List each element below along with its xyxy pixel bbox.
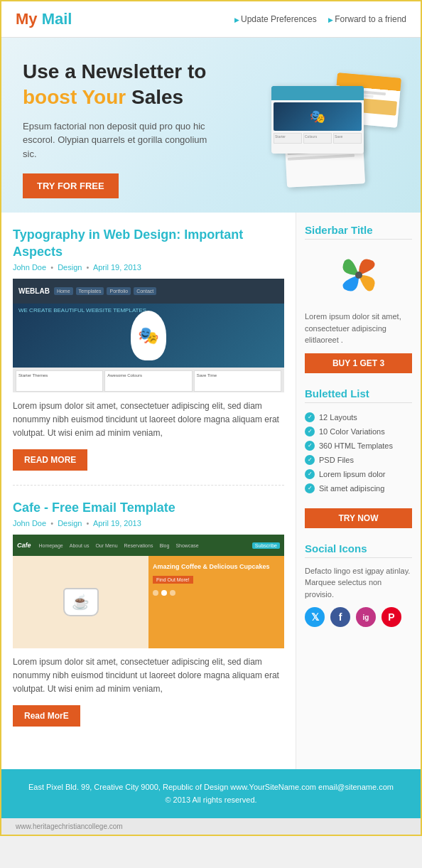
article-1-body: Lorem ipsum dolor sit amet, consectetuer… bbox=[13, 400, 284, 441]
forward-link[interactable]: Forward to a friend bbox=[328, 14, 406, 24]
article-1-image: WEBLAB Home Templates Portfolio Contact … bbox=[13, 279, 284, 392]
check-icon: ✓ bbox=[305, 412, 315, 422]
cafe-find-out-button[interactable]: Find Out More! bbox=[153, 576, 193, 584]
article-1-meta: John Doe • Design • April 19, 2013 bbox=[13, 263, 284, 272]
facebook-icon[interactable]: f bbox=[330, 607, 350, 627]
weblab-logo: WEBLAB bbox=[18, 287, 50, 295]
email-wrapper: My Mail Update Preferences Forward to a … bbox=[0, 0, 422, 836]
svg-point-0 bbox=[355, 272, 362, 279]
logo-mail: Mail bbox=[38, 10, 72, 28]
article-1-category: Design bbox=[58, 263, 82, 272]
list-item: ✓ PSD Files bbox=[305, 453, 412, 467]
article-2-read-more[interactable]: Read MorE bbox=[13, 705, 80, 727]
weblab-card-1: Starter Themes bbox=[16, 370, 103, 392]
list-item: ✓ Sit amet adipiscing bbox=[305, 481, 412, 495]
sidebar-title-3: Social Icons bbox=[305, 542, 412, 558]
cafe-hero: ☕ Amazing Coffee & Delicious Cupcakes Fi… bbox=[13, 556, 284, 648]
check-icon: ✓ bbox=[305, 427, 315, 436]
footer-address: East Pixel Bld. 99, Creative City 9000, … bbox=[16, 781, 406, 794]
pinwheel-icon bbox=[330, 247, 387, 304]
hero-banner: Use a Newsletter toboost Your Sales Epsu… bbox=[1, 38, 421, 213]
screen-main: 🎭 Starter Colours Save bbox=[271, 86, 364, 154]
article-2: Cafe - Free Email Template John Doe • De… bbox=[13, 500, 284, 741]
hero-text: Use a Newsletter toboost Your Sales Epsu… bbox=[23, 59, 250, 198]
weblab-card-2: Awesome Colours bbox=[104, 370, 192, 392]
sidebar-section-2: Buletted List ✓ 12 Layouts ✓ 10 Color Va… bbox=[305, 387, 412, 528]
weblab-card-3: Save Time bbox=[194, 370, 281, 392]
social-icons: 𝕏 f ig P bbox=[305, 607, 412, 627]
check-icon: ✓ bbox=[305, 483, 315, 493]
instagram-icon[interactable]: ig bbox=[356, 607, 376, 627]
list-item: ✓ Lorem lipsum dolor bbox=[305, 467, 412, 481]
check-icon: ✓ bbox=[305, 469, 315, 479]
weblab-screenshot: WEBLAB Home Templates Portfolio Contact … bbox=[13, 279, 284, 392]
cafe-nav: Homepage About us Our Menu Reservations … bbox=[37, 543, 201, 548]
pinterest-icon[interactable]: P bbox=[382, 607, 401, 627]
sidebar: Siderbar Title Lorem ipsum dolor sit ame… bbox=[296, 213, 421, 768]
hero-image: 🎭 Starter Colours Save bbox=[250, 72, 406, 186]
bullet-list: ✓ 12 Layouts ✓ 10 Color Variations ✓ 360… bbox=[305, 410, 412, 495]
check-icon: ✓ bbox=[305, 441, 315, 451]
sidebar-text-1: Lorem ipsum dolor sit amet, consectetuer… bbox=[305, 311, 412, 346]
cafe-coffee-image: ☕ bbox=[13, 556, 148, 648]
header: My Mail Update Preferences Forward to a … bbox=[1, 1, 421, 38]
article-1-author: John Doe bbox=[13, 263, 46, 272]
cafe-logo: Cafe bbox=[17, 542, 31, 549]
weblab-tagline: WE CREATE BEAUTIFUL WEBSITE TEMPLATES bbox=[18, 307, 146, 314]
sidebar-section-3: Social Icons Defacto lingo est igpay ati… bbox=[305, 542, 412, 628]
update-preferences-link[interactable]: Update Preferences bbox=[234, 14, 317, 24]
article-2-date: April 19, 2013 bbox=[93, 519, 141, 527]
article-1-date: April 19, 2013 bbox=[93, 263, 141, 272]
weblab-nav: Home Templates Portfolio Contact bbox=[54, 287, 156, 295]
hero-screens: 🎭 Starter Colours Save bbox=[250, 72, 406, 186]
article-2-meta: John Doe • Design • April 19, 2013 bbox=[13, 519, 284, 527]
twitter-icon[interactable]: 𝕏 bbox=[305, 607, 325, 627]
logo-my: My bbox=[16, 10, 38, 28]
cartoon-character: 🎭 bbox=[131, 311, 166, 360]
cafe-tagline: Amazing Coffee & Delicious Cupcakes bbox=[153, 563, 280, 572]
sidebar-title-2: Buletted List bbox=[305, 387, 412, 403]
footer: East Pixel Bld. 99, Creative City 9000, … bbox=[1, 769, 421, 818]
sidebar-title-1: Siderbar Title bbox=[305, 224, 412, 240]
cafe-header: Cafe Homepage About us Our Menu Reservat… bbox=[13, 535, 284, 556]
carousel-dot-active bbox=[161, 590, 167, 596]
cafe-text: Amazing Coffee & Delicious Cupcakes Find… bbox=[148, 556, 284, 648]
coffee-cup-icon: ☕ bbox=[63, 588, 99, 616]
article-1: Typography in Web Design: Important Aspe… bbox=[13, 227, 284, 485]
list-item: ✓ 360 HTML Templates bbox=[305, 439, 412, 453]
footer-copyright: © 2013 All rights reserved. bbox=[16, 793, 406, 807]
article-2-category: Design bbox=[58, 519, 82, 527]
content-area: Typography in Web Design: Important Aspe… bbox=[1, 213, 421, 768]
social-text: Defacto lingo est igpay atinlay. Marquee… bbox=[305, 565, 412, 601]
pinwheel-logo bbox=[305, 247, 412, 304]
main-column: Typography in Web Design: Important Aspe… bbox=[1, 213, 296, 768]
article-2-author: John Doe bbox=[13, 519, 46, 527]
footer-bottom-text: www.heritagechristiancollege.com bbox=[16, 823, 406, 830]
weblab-hero: WE CREATE BEAUTIFUL WEBSITE TEMPLATES 🎭 bbox=[13, 304, 284, 368]
article-2-title: Cafe - Free Email Template bbox=[13, 500, 284, 516]
article-2-body: Lorem ipsum dolor sit amet, consectetuer… bbox=[13, 655, 284, 697]
hero-subtitle: Epsum factorial non deposit quid pro quo… bbox=[23, 119, 207, 161]
weblab-cards: Starter Themes Awesome Colours Save Time bbox=[13, 368, 284, 392]
try-for-free-button[interactable]: TRY FOR FREE bbox=[23, 173, 119, 198]
try-now-button[interactable]: TRY NOW bbox=[305, 508, 412, 528]
article-1-title: Typography in Web Design: Important Aspe… bbox=[13, 227, 284, 260]
sidebar-section-1: Siderbar Title Lorem ipsum dolor sit ame… bbox=[305, 224, 412, 373]
list-item: ✓ 10 Color Variations bbox=[305, 424, 412, 439]
article-1-read-more[interactable]: READ MORE bbox=[13, 449, 87, 471]
buy-button[interactable]: BUY 1 GET 3 bbox=[305, 353, 412, 373]
header-links: Update Preferences Forward to a friend bbox=[234, 14, 406, 24]
screen-main-bar bbox=[271, 86, 364, 100]
list-item: ✓ 12 Layouts bbox=[305, 410, 412, 424]
carousel-dot bbox=[153, 590, 158, 596]
weblab-header: WEBLAB Home Templates Portfolio Contact bbox=[13, 279, 284, 304]
cafe-screenshot: Cafe Homepage About us Our Menu Reservat… bbox=[13, 535, 284, 648]
logo: My Mail bbox=[16, 10, 72, 28]
check-icon: ✓ bbox=[305, 455, 315, 465]
carousel-dot bbox=[170, 590, 175, 596]
hero-title: Use a Newsletter toboost Your Sales bbox=[23, 59, 250, 111]
article-2-image: Cafe Homepage About us Our Menu Reservat… bbox=[13, 535, 284, 648]
footer-bottom: www.heritagechristiancollege.com bbox=[1, 818, 421, 835]
